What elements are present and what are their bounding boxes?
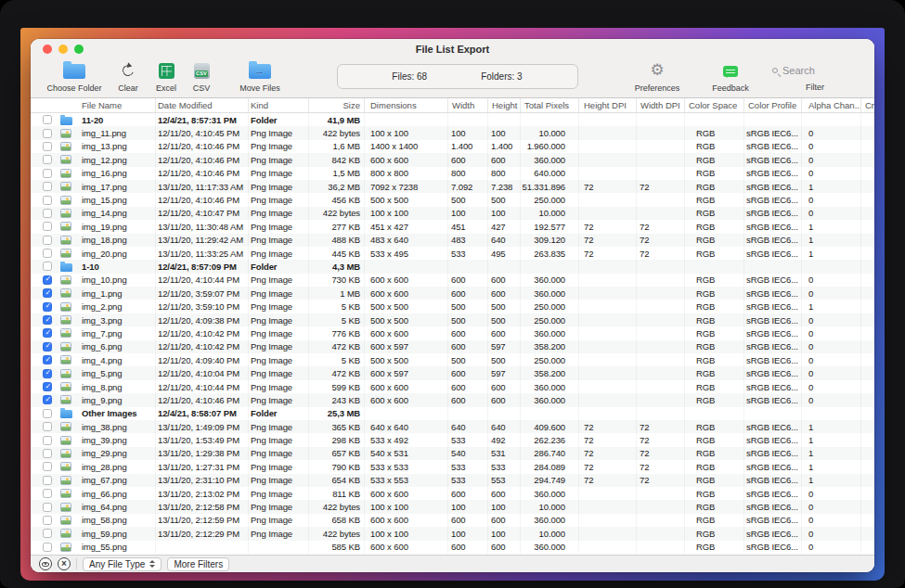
minimize-button[interactable] <box>58 45 68 54</box>
table-row[interactable]: img_13.png 12/11/20, 4:10:46 PM Png Imag… <box>31 140 874 153</box>
image-file-icon <box>60 249 71 258</box>
row-checkbox[interactable] <box>43 395 52 404</box>
row-checkbox[interactable] <box>43 503 52 512</box>
col-header-size[interactable]: Size <box>309 98 365 112</box>
clear-filter-button[interactable] <box>58 557 71 570</box>
row-checkbox[interactable] <box>43 462 52 471</box>
col-header-date-modified[interactable]: Date Modified <box>156 98 249 112</box>
col-header-cr[interactable]: Cr... <box>861 98 874 112</box>
cell-icon <box>57 393 75 406</box>
row-checkbox[interactable] <box>43 529 52 538</box>
table-row[interactable]: img_58.png 13/11/20, 2:12:59 PM Png Imag… <box>31 514 874 527</box>
table-row[interactable]: img_17.png 13/11/20, 11:17:33 AM Png Ima… <box>31 180 874 193</box>
row-checkbox[interactable] <box>43 169 52 178</box>
row-checkbox[interactable] <box>43 382 52 391</box>
col-header-kind[interactable]: Kind <box>249 98 309 112</box>
table-row[interactable]: img_12.png 12/11/20, 4:10:46 PM Png Imag… <box>31 153 874 166</box>
col-header-dimensions[interactable]: Dimensions <box>365 98 448 112</box>
col-header-alpha-channel[interactable]: Alpha Chan... <box>802 98 861 112</box>
row-checkbox[interactable] <box>43 489 52 498</box>
table-row[interactable]: img_8.png 12/11/20, 4:10:44 PM Png Image… <box>31 380 874 393</box>
col-header-color-profile[interactable]: Color Profile <box>744 98 802 112</box>
row-checkbox[interactable] <box>43 236 52 245</box>
table-row[interactable]: img_3.png 12/11/20, 4:09:38 PM Png Image… <box>31 313 874 326</box>
table-row[interactable]: img_18.png 13/11/20, 11:29:42 AM Png Ima… <box>31 234 874 247</box>
zoom-button[interactable] <box>74 45 84 54</box>
feedback-button[interactable]: Feedback <box>704 62 757 93</box>
table-row[interactable]: img_2.png 12/11/20, 3:59:10 PM Png Image… <box>31 300 874 313</box>
row-checkbox[interactable] <box>43 222 52 231</box>
excel-export-button[interactable]: Excel <box>149 62 183 93</box>
visibility-toggle-button[interactable] <box>39 557 52 570</box>
table-row[interactable]: img_66.png 13/11/20, 2:13:02 PM Png Imag… <box>31 487 874 500</box>
row-checkbox[interactable] <box>43 196 52 205</box>
row-checkbox[interactable] <box>43 369 52 378</box>
move-files-button[interactable]: → Move Files <box>233 62 287 93</box>
row-checkbox[interactable] <box>43 115 52 124</box>
row-checkbox[interactable] <box>43 422 52 431</box>
row-checkbox[interactable] <box>43 516 52 525</box>
table-row[interactable]: 1-10 12/4/21, 8:57:09 PM Folder 4,3 MB <box>31 260 874 273</box>
clear-button[interactable]: Clear <box>109 62 148 93</box>
col-header-file-name[interactable]: File Name <box>31 98 156 112</box>
table-row[interactable]: img_5.png 12/11/20, 4:10:04 PM Png Image… <box>31 366 874 379</box>
row-checkbox[interactable] <box>43 142 52 151</box>
close-button[interactable] <box>43 45 52 54</box>
table-row[interactable]: img_4.png 12/11/20, 4:09:40 PM Png Image… <box>31 353 874 366</box>
table-row[interactable]: Other Images 12/4/21, 8:58:07 PM Folder … <box>31 407 874 420</box>
row-checkbox[interactable] <box>43 288 52 298</box>
col-header-total-pixels[interactable]: Total Pixels <box>521 98 579 112</box>
col-header-height-dpi[interactable]: Height DPI <box>579 98 637 112</box>
table-row[interactable]: img_15.png 12/11/20, 4:10:46 PM Png Imag… <box>31 193 874 206</box>
row-checkbox[interactable] <box>43 315 52 325</box>
cell-height: 600 <box>488 153 521 166</box>
row-checkbox[interactable] <box>43 409 52 418</box>
row-checkbox[interactable] <box>43 449 52 458</box>
col-header-width-dpi[interactable]: Width DPI <box>637 98 685 112</box>
row-checkbox[interactable] <box>43 129 52 138</box>
search-input[interactable]: Search <box>769 65 861 76</box>
table-row[interactable]: img_6.png 12/11/20, 4:10:42 PM Png Image… <box>31 340 874 353</box>
table-row[interactable]: img_28.png 13/11/20, 1:27:31 PM Png Imag… <box>31 460 874 473</box>
cell-icon <box>57 353 75 366</box>
table-row[interactable]: img_29.png 13/11/20, 1:29:38 PM Png Imag… <box>31 447 874 460</box>
col-header-color-space[interactable]: Color Space <box>685 98 744 112</box>
csv-export-button[interactable]: CSV CSV <box>185 62 218 93</box>
table-row[interactable]: img_14.png 12/11/20, 4:10:47 PM Png Imag… <box>31 207 874 220</box>
table-row[interactable]: img_7.png 12/11/20, 4:10:42 PM Png Image… <box>31 326 874 339</box>
file-type-dropdown[interactable]: Any File Type <box>83 557 162 571</box>
row-checkbox[interactable] <box>43 355 52 364</box>
row-checkbox[interactable] <box>43 262 52 271</box>
more-filters-button[interactable]: More Filters <box>167 557 229 571</box>
row-checkbox[interactable] <box>43 543 52 552</box>
table-row[interactable]: img_19.png 13/11/20, 11:30:48 AM Png Ima… <box>31 220 874 233</box>
table-row[interactable]: img_9.png 12/11/20, 4:10:46 PM Png Image… <box>31 393 874 406</box>
table-row[interactable]: img_11.png 12/11/20, 4:10:45 PM Png Imag… <box>31 126 874 139</box>
row-checkbox[interactable] <box>43 249 52 258</box>
row-checkbox[interactable] <box>43 342 52 352</box>
table-row[interactable]: img_16.png 12/11/20, 4:10:46 PM Png Imag… <box>31 167 874 180</box>
col-header-width[interactable]: Width <box>448 98 488 112</box>
row-checkbox[interactable] <box>43 182 52 191</box>
row-checkbox[interactable] <box>43 275 52 285</box>
row-checkbox[interactable] <box>43 476 52 485</box>
table-row[interactable]: img_39.png 13/11/20, 1:53:49 PM Png Imag… <box>31 433 874 446</box>
row-checkbox[interactable] <box>43 302 52 312</box>
table-row[interactable]: img_10.png 12/11/20, 4:10:44 PM Png Imag… <box>31 274 874 287</box>
table-row[interactable]: img_64.png 13/11/20, 2:12:58 PM Png Imag… <box>31 500 874 513</box>
row-checkbox[interactable] <box>43 155 52 164</box>
table-row[interactable]: 11-20 12/4/21, 8:57:31 PM Folder 41,9 MB <box>31 113 874 126</box>
row-checkbox[interactable] <box>43 209 52 218</box>
table-row[interactable]: img_20.png 13/11/20, 11:33:25 AM Png Ima… <box>31 247 874 260</box>
row-checkbox[interactable] <box>43 436 52 445</box>
table-row[interactable]: img_67.png 13/11/20, 2:31:10 PM Png Imag… <box>31 474 874 487</box>
preferences-button[interactable]: ⚙ Preferences <box>627 62 687 93</box>
choose-folder-button[interactable]: Choose Folder <box>44 62 105 93</box>
table-row[interactable]: img_55.png 585 KB 600 x 600 600 600 360.… <box>31 541 874 554</box>
cell-width-dpi <box>637 287 685 300</box>
table-row[interactable]: img_1.png 12/11/20, 3:59:07 PM Png Image… <box>31 287 874 300</box>
row-checkbox[interactable] <box>43 328 52 338</box>
table-row[interactable]: img_38.png 13/11/20, 1:49:09 PM Png Imag… <box>31 420 874 433</box>
col-header-height[interactable]: Height <box>488 98 521 112</box>
table-row[interactable]: img_59.png 13/11/20, 2:12:29 PM Png Imag… <box>31 527 874 540</box>
